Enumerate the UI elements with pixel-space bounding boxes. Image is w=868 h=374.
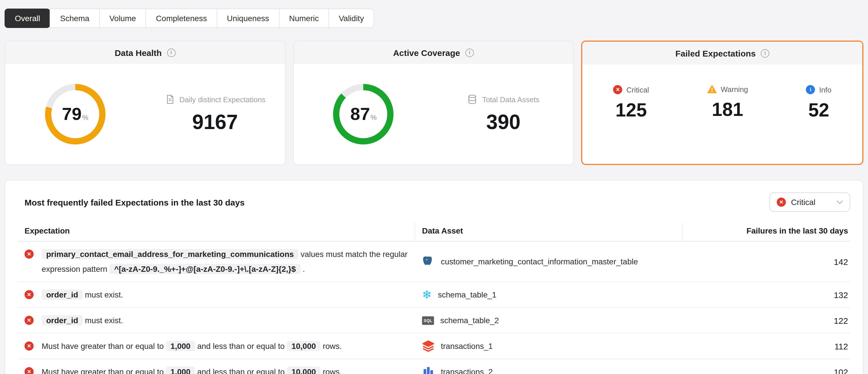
- table-row[interactable]: ✕Must have greater than or equal to 1,00…: [18, 359, 850, 374]
- expectation-cell: ✕order_id must exist.: [18, 282, 415, 307]
- sql-icon: SQL: [422, 316, 434, 325]
- tab-completeness[interactable]: Completeness: [146, 8, 217, 28]
- info-icon[interactable]: i: [465, 48, 474, 57]
- failed-expectations-header: Failed Expectations i: [583, 42, 862, 64]
- severity-filter-dropdown[interactable]: ✕ Critical: [769, 193, 850, 212]
- failed-expectations-stats: ✕Critical125Warning181iInfo52: [583, 64, 862, 165]
- tab-validity[interactable]: Validity: [329, 8, 374, 28]
- failure-count: 142: [683, 257, 850, 266]
- stat-label: Total Data Assets: [482, 95, 539, 104]
- chevron-down-icon: [837, 200, 843, 204]
- failed-stat-warning: Warning181: [707, 85, 748, 120]
- critical-icon: ✕: [777, 198, 786, 207]
- table-header: Expectation Data Asset Failures in the l…: [18, 223, 850, 241]
- data-health-donut: 79%: [45, 84, 105, 144]
- donut-percent: 87: [350, 104, 370, 124]
- critical-icon: ✕: [25, 250, 34, 259]
- active-coverage-header: Active Coverage i: [293, 41, 573, 64]
- code-chip: 1,000: [166, 367, 195, 374]
- code-chip: primary_contact_email_address_for_market…: [42, 249, 298, 259]
- expectation-cell: ✕order_id must exist.: [18, 308, 415, 333]
- code-chip: ^[a-zA-Z0-9._%+-]+@[a-zA-Z0-9.-]+\.[a-zA…: [110, 264, 300, 274]
- daily-expectations-stat: Daily distinct Expectations 9167: [164, 94, 266, 134]
- info-icon[interactable]: i: [761, 49, 769, 57]
- code-chip: 1,000: [166, 341, 195, 351]
- stat-label: Info: [819, 85, 832, 94]
- tab-volume[interactable]: Volume: [99, 8, 146, 28]
- card-title: Failed Expectations: [675, 48, 756, 58]
- stat-label: Daily distinct Expectations: [179, 95, 266, 104]
- failed-expectations-card[interactable]: Failed Expectations i ✕Critical125Warnin…: [582, 40, 863, 165]
- stat-value: 125: [615, 99, 647, 121]
- data-asset-cell[interactable]: customer_marketing_contact_information_m…: [415, 255, 683, 268]
- failure-count: 132: [683, 290, 850, 299]
- column-header-failures: Failures in the last 30 days: [683, 223, 850, 241]
- expectation-text: order_id must exist.: [42, 313, 123, 328]
- critical-icon: ✕: [25, 316, 34, 325]
- data-asset-name: transactions_1: [441, 341, 493, 351]
- card-title: Data Health: [115, 48, 162, 57]
- tab-uniqueness[interactable]: Uniqueness: [217, 8, 279, 28]
- expectation-cell: ✕Must have greater than or equal to 1,00…: [18, 334, 415, 358]
- donut-unit: %: [371, 114, 377, 122]
- failed-expectations-panel: Most frequently failed Expectations in t…: [5, 180, 863, 374]
- active-coverage-donut: 87%: [333, 84, 394, 144]
- data-asset-name: schema_table_2: [440, 316, 499, 325]
- data-health-header: Data Health i: [5, 41, 285, 64]
- expectation-cell: ✕Must have greater than or equal to 1,00…: [18, 359, 415, 374]
- blue-database-icon: [422, 366, 435, 374]
- tab-schema[interactable]: Schema: [50, 8, 100, 28]
- donut-unit: %: [82, 114, 88, 122]
- failed-stat-critical: ✕Critical125: [613, 85, 649, 121]
- failure-count: 122: [683, 315, 850, 325]
- tab-overall[interactable]: Overall: [5, 8, 51, 28]
- info-icon: i: [806, 85, 815, 94]
- stat-value: 9167: [164, 110, 266, 134]
- expectation-text: primary_contact_email_address_for_market…: [42, 247, 408, 276]
- expectation-text: Must have greater than or equal to 1,000…: [42, 339, 342, 353]
- critical-icon: ✕: [25, 367, 34, 374]
- data-asset-cell[interactable]: transactions_1: [415, 340, 683, 352]
- data-asset-cell[interactable]: transactions_2: [415, 366, 683, 374]
- database-icon: [467, 94, 477, 105]
- stat-value: 390: [467, 110, 539, 134]
- summary-cards: Data Health i 79%: [5, 40, 863, 165]
- data-health-card: Data Health i 79%: [5, 40, 285, 165]
- data-asset-cell[interactable]: ❄schema_table_1: [415, 289, 683, 300]
- postgresql-icon: [422, 255, 435, 268]
- stat-label: Critical: [626, 85, 649, 94]
- panel-title: Most frequently failed Expectations in t…: [25, 197, 245, 207]
- data-quality-dashboard: OverallSchemaVolumeCompletenessUniquenes…: [0, 0, 868, 374]
- expectations-doc-icon: [164, 94, 175, 105]
- failure-count: 112: [683, 341, 850, 351]
- code-chip: order_id: [42, 315, 83, 325]
- expectation-text: Must have greater than or equal to 1,000…: [42, 364, 342, 374]
- column-header-data-asset: Data Asset: [415, 223, 683, 241]
- expectation-cell: ✕primary_contact_email_address_for_marke…: [18, 241, 415, 282]
- failure-count: 102: [683, 367, 850, 374]
- data-asset-name: customer_marketing_contact_information_m…: [441, 257, 638, 266]
- expectation-text: order_id must exist.: [42, 287, 123, 302]
- filter-value: Critical: [791, 198, 815, 207]
- active-coverage-card: Active Coverage i 87%: [293, 40, 574, 165]
- total-data-assets-stat: Total Data Assets 390: [467, 94, 539, 134]
- code-chip: order_id: [42, 289, 83, 300]
- table-row[interactable]: ✕Must have greater than or equal to 1,00…: [18, 334, 850, 359]
- databricks-icon: [422, 340, 435, 352]
- warning-icon: [707, 85, 717, 94]
- table-row[interactable]: ✕primary_contact_email_address_for_marke…: [18, 241, 850, 282]
- stat-value: 181: [712, 99, 743, 120]
- card-title: Active Coverage: [393, 48, 460, 57]
- info-icon[interactable]: i: [167, 48, 175, 57]
- table-row[interactable]: ✕order_id must exist.❄schema_table_1132: [18, 282, 850, 308]
- data-asset-name: schema_table_1: [438, 290, 497, 299]
- table-row[interactable]: ✕order_id must exist.SQLschema_table_212…: [18, 308, 850, 334]
- expectations-table-body: ✕primary_contact_email_address_for_marke…: [18, 241, 850, 374]
- stat-value: 52: [808, 99, 829, 121]
- critical-icon: ✕: [25, 341, 34, 351]
- code-chip: 10,000: [287, 367, 320, 374]
- critical-icon: ✕: [25, 290, 34, 299]
- data-asset-cell[interactable]: SQLschema_table_2: [415, 316, 683, 325]
- tab-numeric[interactable]: Numeric: [279, 8, 329, 28]
- critical-icon: ✕: [613, 85, 622, 94]
